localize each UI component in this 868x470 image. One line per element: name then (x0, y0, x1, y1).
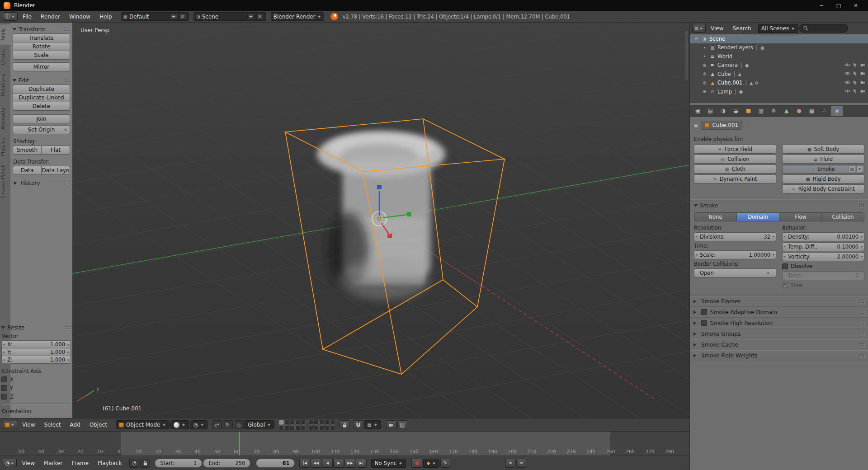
panel-header-smoke-high-resolution[interactable]: Smoke High Resolution (690, 317, 868, 328)
rigid-body-constraint-button[interactable]: ∞ Rigid Body Constraint (782, 184, 864, 193)
menu-file[interactable]: File (19, 11, 36, 23)
outliner-row-scene[interactable]: ⊖ ◑ Scene (690, 34, 868, 43)
tab-object-data[interactable]: ▲ (780, 106, 793, 116)
decrement-icon[interactable]: ◂ (783, 254, 786, 258)
tab-scene[interactable]: ◑ (717, 106, 729, 116)
smoke-type-flow[interactable]: Flow (779, 212, 822, 221)
panel-drag-icon[interactable] (859, 310, 865, 315)
shelf-tab-tools[interactable]: Tools (0, 24, 10, 45)
add-scene-button[interactable]: + (247, 13, 255, 20)
end-frame-field[interactable]: End: 250 (203, 459, 250, 468)
panel-header-smoke-field-weights[interactable]: Smoke Field Weights (690, 350, 868, 361)
link-left-icon[interactable]: ∞ (505, 459, 515, 468)
manipulator-y-handle[interactable] (407, 212, 411, 216)
hide-eye-icon[interactable] (844, 62, 850, 68)
preview-range-icon[interactable]: ◔ (129, 459, 139, 468)
panel-drag-icon[interactable] (859, 343, 865, 347)
high-resolution-checkbox[interactable] (701, 320, 707, 326)
smoke-type-domain[interactable]: Domain (737, 212, 779, 221)
editor-type-timeline-button[interactable]: ◔ (3, 459, 17, 467)
layer-cell[interactable] (295, 420, 300, 425)
data-layout-button[interactable]: Data Layo (41, 166, 70, 175)
render-camera-icon[interactable] (860, 70, 866, 76)
outliner-row-lamp[interactable]: ⊕ ☼ Lamp | ● (690, 87, 868, 96)
layer-cell[interactable] (308, 420, 313, 425)
increment-icon[interactable]: ▸ (67, 357, 70, 362)
link-right-icon[interactable]: ∞ (516, 459, 526, 468)
outliner-row-cube[interactable]: ⊕ ▲ Cube | ▲ (690, 70, 868, 79)
panel-drag-icon[interactable] (64, 181, 70, 185)
breadcrumb-id-block[interactable]: Cube.001 (701, 121, 742, 130)
pin-icon[interactable]: ▣ (694, 123, 698, 128)
constraint-y-checkbox[interactable] (1, 385, 7, 391)
next-keyframe-button[interactable]: ▶▶ (344, 459, 355, 468)
record-button[interactable]: ● (411, 459, 422, 468)
layer-cell[interactable] (284, 420, 289, 425)
panel-header-smoke-adaptive-domain[interactable]: Smoke Adaptive Domain (690, 306, 868, 317)
opengl-render-anim-icon[interactable]: ▤ (397, 420, 407, 429)
expander-icon[interactable]: ⊕ (702, 80, 708, 85)
outliner-row-renderlayers[interactable]: • ▤ RenderLayers | ▣ (690, 43, 868, 52)
increment-icon[interactable]: ▸ (861, 244, 863, 249)
soft-body-button[interactable]: ● Soft Body (782, 145, 864, 154)
close-button[interactable]: ✕ (847, 0, 864, 10)
screen-layout-selector[interactable]: ▦ Default + ✕ (121, 12, 189, 21)
smoke-type-none[interactable]: None (694, 212, 737, 221)
panel-header-transform[interactable]: Transform (13, 25, 70, 33)
panel-drag-icon[interactable] (859, 203, 864, 208)
panel-header-history[interactable]: History (13, 179, 70, 187)
tab-particles[interactable]: ∴ (818, 106, 830, 116)
duplicate-button[interactable]: Duplicate (13, 85, 70, 94)
layer-cell[interactable] (319, 425, 324, 430)
join-button[interactable]: Join (13, 114, 70, 123)
outliner-search-input[interactable] (799, 24, 848, 33)
decrement-icon[interactable]: ◂ (695, 234, 698, 239)
panel-drag-icon[interactable] (64, 27, 70, 32)
outliner-row-camera[interactable]: ⊕ Camera | ● (690, 61, 868, 70)
increment-icon[interactable]: ▸ (67, 350, 70, 354)
manipulator-z-handle[interactable] (377, 185, 382, 189)
hide-eye-icon[interactable] (844, 70, 850, 76)
tab-render-layers[interactable]: ▤ (704, 106, 717, 116)
timeline-ruler[interactable]: -50-40-30-20-100102030405060708090100110… (0, 432, 689, 456)
lock-frame-icon[interactable] (140, 459, 150, 468)
duplicate-linked-button[interactable]: Duplicate Linked (13, 93, 70, 102)
manipulator-x-handle[interactable] (387, 234, 392, 238)
render-camera-icon[interactable] (860, 62, 866, 68)
tab-constraints[interactable]: ▥ (755, 106, 767, 116)
decrement-icon[interactable]: ◂ (783, 234, 786, 239)
panel-header-smoke-groups[interactable]: Smoke Groups (690, 328, 868, 339)
timeline-menu-marker[interactable]: Marker (40, 457, 66, 469)
remove-scene-button[interactable]: ✕ (256, 13, 264, 20)
increment-icon[interactable]: ▸ (773, 234, 775, 239)
menu-window[interactable]: Window (65, 11, 94, 23)
play-reverse-button[interactable]: ◀ (322, 459, 333, 468)
outliner-row-cube-001[interactable]: ⊕ ▲ Cube.001 | ▲ ⚙ (690, 79, 868, 88)
flat-button[interactable]: Flat (41, 146, 70, 155)
smoke-type-collision[interactable]: Collision (822, 212, 864, 221)
dynamic-paint-button[interactable]: ✎ Dynamic Paint (694, 174, 776, 183)
force-field-button[interactable]: ✦ Force Field (694, 145, 776, 154)
shelf-tab-grease-pencil[interactable]: Grease Pencil (0, 160, 10, 202)
editor-type-3dview-button[interactable] (3, 421, 17, 429)
vector-y-field[interactable]: ◂ Y: 1.000 ▸ (1, 348, 71, 356)
layer-cell[interactable] (284, 425, 289, 430)
decrement-icon[interactable]: ◂ (3, 342, 5, 347)
layer-cell[interactable] (279, 420, 284, 425)
keying-set-dropdown[interactable]: ◆ (423, 459, 439, 468)
maximize-button[interactable]: □ (830, 0, 847, 10)
selectable-cursor-icon[interactable] (852, 88, 858, 94)
transform-orientation-dropdown[interactable]: Global (245, 420, 274, 429)
layer-cell[interactable] (325, 425, 330, 430)
selectable-cursor-icon[interactable] (852, 62, 858, 68)
tab-world[interactable]: ◒ (730, 106, 742, 116)
current-frame-field[interactable]: 61 (256, 459, 295, 468)
layer-cell[interactable] (295, 425, 300, 430)
shelf-tab-physics[interactable]: Physics (0, 134, 10, 160)
smoke-button[interactable]: ∴ Smoke ▤ ✕ (782, 164, 864, 174)
manipulator-translate-toggle[interactable]: ⇄ (212, 420, 222, 429)
decrement-icon[interactable]: ◂ (783, 244, 786, 249)
shelf-tab-relations[interactable]: Relations (0, 70, 10, 101)
jump-to-end-button[interactable]: ▶| (356, 459, 367, 468)
scene-selector[interactable]: ◑ Scene + ✕ (193, 12, 266, 21)
